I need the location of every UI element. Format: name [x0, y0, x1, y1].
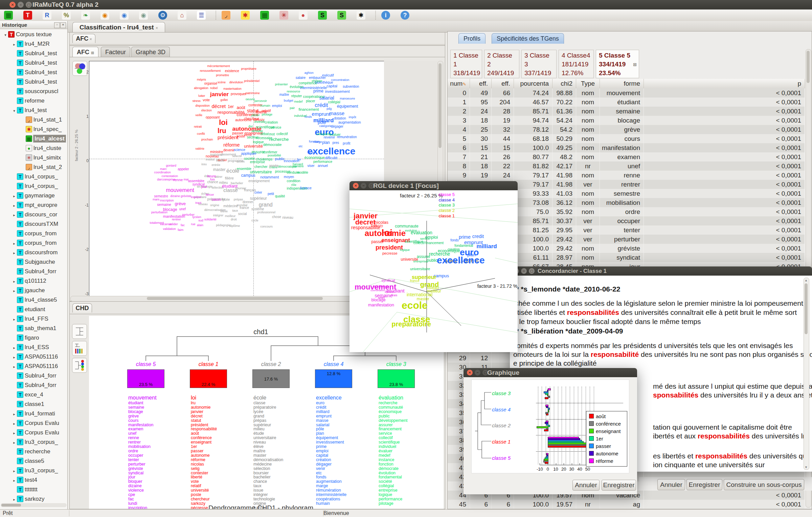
sidebar-item-corpus-from[interactable]: Tcorpus_from: [0, 229, 67, 238]
alceste-icon-button[interactable]: ▦: [260, 10, 270, 20]
sidebar-item-lru4-corpus-[interactable]: Tlru4_corpus_: [0, 181, 67, 191]
copy-app-icon-button[interactable]: ◉: [138, 10, 149, 20]
sidebar-item-recherche[interactable]: Trecherche: [0, 447, 67, 456]
tab-specificites[interactable]: Spécificités des TGens: [492, 33, 564, 44]
corpus-table-icon-button[interactable]: ▦: [3, 10, 14, 20]
table-row[interactable]: 9192479.1741.98nomrenne< 0,0001: [448, 171, 805, 180]
save-button[interactable]: Enregistrer: [686, 479, 722, 490]
rgl-3d-plot[interactable]: facteur 2 - 26.25 % facteur 1 - 32.6 % f…: [349, 190, 518, 352]
stats-s1-icon-button[interactable]: S: [317, 10, 328, 20]
table-row[interactable]: 2242885.7161.36nomsemaine< 0,0001: [448, 107, 805, 116]
tab-profils[interactable]: Profils: [458, 33, 486, 44]
tree-expand-icon[interactable]: ▸: [12, 466, 17, 476]
scroll-up-icon[interactable]: ▲: [805, 279, 808, 282]
sidebar-item-lru4-corpus-[interactable]: Tlru4_corpus_: [0, 172, 67, 181]
afc-pane-close-icon[interactable]: ×: [88, 37, 92, 42]
table-row[interactable]: 5304468.1850.29nomcours< 0,0001: [448, 134, 805, 143]
tree-expand-icon[interactable]: ▸: [12, 315, 17, 324]
sidebar-item-lru4-stat-2[interactable]: ◞lru4_stat_2: [0, 163, 67, 172]
tab-facteur[interactable]: Facteur: [101, 47, 130, 57]
sidebar-item-corpus-evalu[interactable]: ▸TCorpus Evalu: [0, 428, 67, 437]
scroll-down-icon[interactable]: ▼: [805, 466, 808, 469]
table-header[interactable]: num✎eff. s.t.eff. totapourcentachi2Typef…: [448, 79, 805, 89]
sidebar-item-exce-4[interactable]: Texce_4: [0, 390, 67, 400]
sidebar-item-lru4-m2r[interactable]: ▸Tlru4_M2R: [0, 39, 67, 49]
sidebar-item-lru4-simitx[interactable]: ✳lru4_simitx: [0, 153, 67, 163]
tree-expand-icon[interactable]: ▸: [12, 362, 17, 371]
asterisk-icon-button[interactable]: ✱: [356, 10, 366, 20]
window-close-icon[interactable]: ✕: [9, 2, 16, 8]
tab-afc[interactable]: AFC ⊠: [72, 47, 98, 57]
tab-classification[interactable]: Classification - lru4_test ×: [72, 22, 165, 33]
sidebar-item-lru4-classe5[interactable]: Tlru4_classe5: [0, 295, 67, 305]
class-tab-5[interactable]: 5 Classe 5334/141923.54%⊠: [596, 50, 639, 78]
sidebar-item-figaro[interactable]: Tfigaro: [0, 333, 67, 343]
class-tab-4[interactable]: 4 Classe4181/141912.76%: [559, 50, 594, 78]
chd-class-box[interactable]: 12.8 %: [315, 369, 352, 388]
tree-expand-icon[interactable]: ▸: [12, 210, 17, 220]
sidebar-item-sublru4-test[interactable]: TSublru4_test: [0, 58, 67, 68]
sidebar-item-souscorpuscl[interactable]: Tsouscorpuscl: [0, 87, 67, 96]
concordancier-maximize-icon[interactable]: ▢: [529, 268, 535, 274]
tree-expand-icon[interactable]: ▸: [12, 343, 17, 352]
key-tools-icon-button[interactable]: %: [61, 10, 71, 20]
sidebar-item-lru4-stat-1[interactable]: ◞lru4_stat_1: [0, 115, 67, 125]
sidebar-item-mpt-europre[interactable]: ▸Tmpt_europre: [0, 200, 67, 210]
tree-expand-icon[interactable]: ▾: [3, 30, 8, 40]
sidebar-item-q101112[interactable]: ▸Tq101112: [0, 276, 67, 286]
sidebar-item-test4[interactable]: ▸Ttest4: [0, 475, 67, 485]
chd-class-box[interactable]: 22.4 %: [190, 369, 227, 388]
sidebar-item-sublru4-forr[interactable]: TSublru4_forr: [0, 381, 67, 390]
sidebar-item-sublru4-test[interactable]: TSublru4_test: [0, 68, 67, 77]
sidebar-item-sublru4-test[interactable]: TSublru4_test: [0, 49, 67, 58]
sidebar-item-aspa051116[interactable]: ▸TASPA051116: [0, 362, 67, 371]
tree-expand-icon[interactable]: ▸: [12, 239, 17, 248]
sidebar-float-icon[interactable]: ▫: [54, 22, 60, 28]
tree-expand-icon[interactable]: ▸: [12, 352, 17, 362]
concordancier-titlebar[interactable]: ✕ – ▢ Concordancier - Classe 1: [510, 266, 812, 276]
sidebar-item-sublru4-test[interactable]: TSublru4_test: [0, 77, 67, 87]
chd-barchart-button[interactable]: [72, 341, 87, 356]
column-header-eff-tota[interactable]: eff. tota: [492, 79, 514, 88]
table-row[interactable]: 0496674.2498.88nommouvement< 0,0001: [448, 88, 805, 98]
sidebar-item-aspa051116[interactable]: ▸TASPA051116: [0, 352, 67, 362]
build-subcorpus-button[interactable]: Construire un sous-corpus: [724, 479, 804, 490]
window-minimize-icon[interactable]: –: [18, 2, 24, 8]
sidebar-item-lru3-corpus-[interactable]: ▸Tlru3_corpus_: [0, 466, 67, 475]
cam-app-icon-button[interactable]: ◉: [100, 10, 110, 20]
tree-expand-icon[interactable]: ▸: [12, 438, 17, 447]
sidebar-item-etudiant[interactable]: Tetudiant: [0, 305, 67, 314]
layout-list-icon-button[interactable]: ☰: [196, 10, 206, 20]
sidebar-item-corpus-from[interactable]: ▸Tcorpus_from: [0, 238, 67, 248]
column-header-eff-s-t-[interactable]: eff. s.t.: [470, 79, 492, 88]
text-corpus-icon-button[interactable]: T: [23, 10, 33, 20]
table-row[interactable]: 4253278.1254.2nomgrève< 0,0001: [448, 125, 805, 134]
rgl-titlebar[interactable]: ✕ – ▢ RGL device 1 [Focus]: [349, 181, 518, 190]
column-header-p[interactable]: p: [644, 79, 805, 88]
rgl-minimize-icon[interactable]: –: [361, 183, 366, 189]
afc-pane-tab[interactable]: AFC ×: [72, 34, 95, 43]
tab-close-icon[interactable]: ×: [156, 26, 158, 30]
tree-expand-icon[interactable]: ▸: [12, 428, 17, 438]
leaf-icon-button[interactable]: ❧: [81, 10, 91, 20]
concordancier-scrollbar[interactable]: ▲ ▼: [804, 278, 809, 470]
tree-expand-icon[interactable]: ▸: [12, 40, 17, 49]
tab-graphe3d[interactable]: Graphe 3D: [131, 47, 170, 57]
rgl-close-icon[interactable]: ✕: [353, 183, 359, 189]
tree-expand-icon[interactable]: ▸: [12, 409, 17, 419]
sidebar-item-classe1[interactable]: Tclasse1: [0, 400, 67, 409]
sidebar-item-lru4-ffs[interactable]: ▸Tlru4_FFS: [0, 314, 67, 324]
globe-app-icon-button[interactable]: ◉: [119, 10, 129, 20]
column-header-chi2[interactable]: chi2: [552, 79, 576, 88]
chd-class-box[interactable]: 17.6 %: [252, 369, 290, 388]
column-header-num[interactable]: num✎: [448, 79, 470, 88]
class-tab-2[interactable]: 2 Classe 2249/141917.55%: [484, 50, 519, 78]
cancel-button[interactable]: Annuler: [657, 479, 685, 490]
specificities-icon-button[interactable]: ✱: [240, 10, 250, 20]
column-header-pourcenta[interactable]: pourcenta: [514, 79, 552, 88]
sidebar-item-lru4-cluste[interactable]: ●lru4_cluste: [0, 144, 67, 153]
table-row[interactable]: 3181994.7454.24nomblocage< 0,0001: [448, 116, 805, 125]
table-row[interactable]: 61515100.049.25nommanifestation< 0,0001: [448, 143, 805, 152]
afc-scatter-plot[interactable]: mécontentementrenouvellementexistencepro…: [89, 61, 384, 296]
chd-colored-tree-button[interactable]: [72, 358, 87, 373]
